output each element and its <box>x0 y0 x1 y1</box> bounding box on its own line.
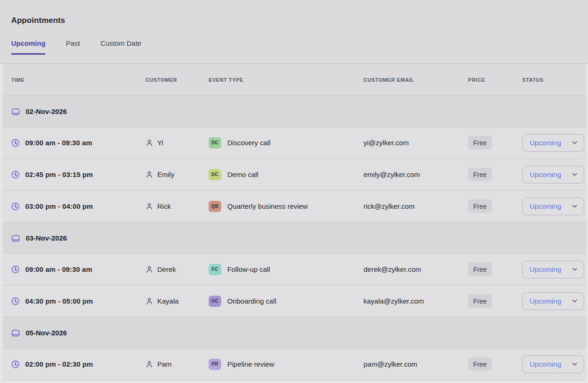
customer-cell: Rick <box>146 202 209 210</box>
date-group-header: 05-Nov-2026 <box>3 317 586 348</box>
price-cell: Free <box>468 357 522 371</box>
clock-icon <box>11 139 20 147</box>
customer-email-cell: rick@zylker.com <box>364 202 468 210</box>
time-cell: 09:00 am - 09:30 am <box>11 139 146 147</box>
status-dropdown[interactable]: Upcoming <box>522 166 584 184</box>
customer-email: emily@zylker.com <box>364 170 420 178</box>
date-label: 02-Nov-2026 <box>26 107 67 115</box>
customer-cell: Derek <box>146 265 209 273</box>
calendar-icon <box>11 234 20 242</box>
time-cell: 04:30 pm - 05:00 pm <box>11 297 146 305</box>
time-cell: 02:00 pm - 02:30 pm <box>11 360 146 369</box>
status-label: Upcoming <box>530 360 561 368</box>
price-cell: Free <box>468 262 522 276</box>
event-type-cell: DC Demo call <box>209 169 364 180</box>
group-rows: 09:00 am - 09:30 am Yi DC Discovery call… <box>3 127 586 222</box>
price-badge: Free <box>468 294 492 308</box>
status-cell: Upcoming <box>522 166 584 184</box>
chevron-down-icon <box>572 140 578 146</box>
event-type-name: Demo call <box>227 170 259 178</box>
time-cell: 09:00 am - 09:30 am <box>11 265 146 274</box>
status-dropdown[interactable]: Upcoming <box>522 292 584 310</box>
customer-email: yi@zylker.com <box>364 139 409 147</box>
date-label: 05-Nov-2026 <box>26 329 67 337</box>
customer-cell: Emily <box>146 170 209 178</box>
customer-name: Derek <box>157 265 176 273</box>
person-icon <box>146 171 153 178</box>
calendar-icon <box>11 107 20 116</box>
clock-icon <box>11 265 20 274</box>
price-badge: Free <box>468 357 492 371</box>
tab-upcoming[interactable]: Upcoming <box>11 39 45 54</box>
customer-name: Yi <box>157 139 163 147</box>
chevron-down-icon <box>572 266 578 272</box>
status-dropdown[interactable]: Upcoming <box>522 355 584 373</box>
tab-past[interactable]: Past <box>66 39 80 54</box>
status-dropdown[interactable]: Upcoming <box>522 261 584 278</box>
status-cell: Upcoming <box>522 134 584 152</box>
price-cell: Free <box>468 168 522 181</box>
customer-name: Rick <box>157 202 171 210</box>
column-header-status: Status <box>522 77 582 83</box>
customer-email: kayala@zylker.com <box>364 297 424 305</box>
table-header-row: Time Customer Event Type Customer Email … <box>3 64 586 96</box>
status-cell: Upcoming <box>522 261 584 278</box>
customer-email-cell: pam@zylker.com <box>364 360 468 368</box>
time-cell: 03:00 pm - 04:00 pm <box>11 202 146 211</box>
chevron-down-icon <box>572 298 578 304</box>
chevron-down-icon <box>572 203 578 209</box>
status-dropdown[interactable]: Upcoming <box>522 134 584 152</box>
customer-email-cell: kayala@zylker.com <box>364 297 468 305</box>
date-group: 03-Nov-2026 09:00 am - 09:30 am Derek <box>3 222 586 317</box>
column-header-event-type: Event Type <box>209 77 364 83</box>
customer-email-cell: derek@zylker.com <box>364 265 468 273</box>
appointment-row: 09:00 am - 09:30 am Yi DC Discovery call… <box>3 127 586 159</box>
time-range: 09:00 am - 09:30 am <box>25 265 92 273</box>
date-group-header: 02-Nov-2026 <box>3 96 586 127</box>
appointment-row: 09:00 am - 09:30 am Derek FC Follow-up c… <box>3 254 586 285</box>
calendar-icon <box>11 328 20 337</box>
appointments-table-body: 02-Nov-2026 09:00 am - 09:30 am Yi D <box>3 96 586 380</box>
group-rows: 02:00 pm - 02:30 pm Pam PR Pipeline revi… <box>3 348 586 380</box>
time-range: 03:00 pm - 04:00 pm <box>25 202 93 210</box>
clock-icon <box>11 170 20 179</box>
column-header-time: Time <box>11 77 146 83</box>
column-header-customer: Customer <box>146 77 209 83</box>
group-rows: 09:00 am - 09:30 am Derek FC Follow-up c… <box>3 254 586 317</box>
person-icon <box>146 298 153 305</box>
clock-icon <box>11 297 20 305</box>
status-label: Upcoming <box>530 139 561 147</box>
person-icon <box>146 266 153 273</box>
status-label: Upcoming <box>530 170 561 178</box>
person-icon <box>146 203 153 210</box>
appointment-row: 02:00 pm - 02:30 pm Pam PR Pipeline revi… <box>3 348 586 380</box>
time-range: 09:00 am - 09:30 am <box>25 139 92 147</box>
customer-cell: Yi <box>146 139 209 147</box>
column-header-price: Price <box>468 77 522 83</box>
customer-email-cell: emily@zylker.com <box>364 170 468 178</box>
topbar: Appointments Upcoming Past Custom Date <box>0 0 588 64</box>
event-type-name: Quarterly business review <box>227 202 308 210</box>
customer-email: pam@zylker.com <box>364 360 417 368</box>
time-range: 02:00 pm - 02:30 pm <box>25 360 93 368</box>
date-label: 03-Nov-2026 <box>26 234 67 242</box>
chevron-down-icon <box>572 171 578 177</box>
event-type-name: Onboarding call <box>227 297 276 305</box>
chevron-down-icon <box>572 361 578 367</box>
page-title: Appointments <box>11 0 577 25</box>
price-cell: Free <box>468 136 522 149</box>
customer-email-cell: yi@zylker.com <box>364 139 468 147</box>
clock-icon <box>11 202 20 211</box>
customer-name: Emily <box>157 170 175 178</box>
price-badge: Free <box>468 262 492 276</box>
status-dropdown[interactable]: Upcoming <box>522 198 584 215</box>
time-range: 02:45 pm - 03:15 pm <box>25 170 93 178</box>
event-type-cell: DC Discovery call <box>209 137 364 149</box>
event-type-name: Pipeline review <box>227 360 274 368</box>
event-type-badge: FC <box>209 264 221 275</box>
event-type-badge: OC <box>209 296 221 307</box>
tab-custom-date[interactable]: Custom Date <box>100 39 141 54</box>
event-type-cell: OC Onboarding call <box>209 296 364 307</box>
price-badge: Free <box>468 168 492 181</box>
appointment-row: 02:45 pm - 03:15 pm Emily DC Demo call e… <box>3 159 586 191</box>
